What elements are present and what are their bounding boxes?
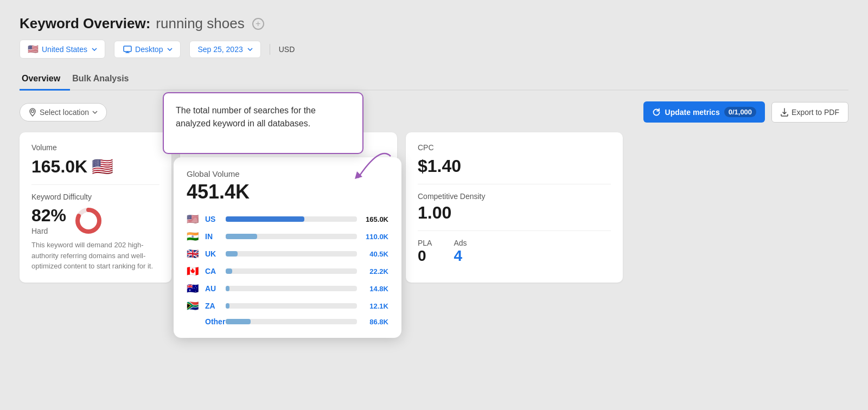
toolbar-row: Select location Update metrics 0/1,000 E… xyxy=(20,101,848,123)
bar-track xyxy=(226,216,357,222)
country-flag: 🇮🇳 xyxy=(187,230,200,242)
export-label: Export to PDF xyxy=(792,108,839,117)
list-item: 🇨🇦CA22.2K xyxy=(187,265,388,277)
bar-track xyxy=(226,234,357,239)
bar-fill xyxy=(226,216,304,222)
country-count: 22.2K xyxy=(362,267,388,276)
list-item: 🇮🇳IN110.0K xyxy=(187,230,388,242)
pla-ads-row: PLA 0 Ads 4 xyxy=(418,239,611,265)
global-volume-label: Global Volume xyxy=(187,169,388,178)
list-item: 🇿🇦ZA12.1K xyxy=(187,300,388,312)
pla-label: PLA xyxy=(418,239,432,247)
country-code: AU xyxy=(205,284,220,293)
list-item: 🇬🇧UK40.5K xyxy=(187,248,388,260)
location-chevron-icon xyxy=(92,111,98,114)
filter-bar: 🇺🇸 United States Desktop Sep 25, 2023 US… xyxy=(20,40,848,59)
country-code: CA xyxy=(205,267,220,276)
country-filter[interactable]: 🇺🇸 United States xyxy=(20,40,105,59)
country-count: 86.8K xyxy=(362,318,388,326)
bar-fill xyxy=(226,319,251,324)
pla-item: PLA 0 xyxy=(418,239,432,265)
page-title-keyword: Keyword Overview: xyxy=(20,15,150,32)
device-label: Desktop xyxy=(135,45,163,54)
location-select-label: Select location xyxy=(40,108,89,117)
country-label: United States xyxy=(42,45,87,54)
tab-overview[interactable]: Overview xyxy=(20,68,70,91)
global-volume-rows: 🇺🇸US165.0K🇮🇳IN110.0K🇬🇧UK40.5K🇨🇦CA22.2K🇦🇺… xyxy=(187,213,388,326)
export-icon xyxy=(781,108,788,117)
cpc-comp-card: CPC $1.40 Competitive Density 1.00 PLA 0… xyxy=(406,132,623,283)
pla-value: 0 xyxy=(418,247,432,265)
country-count: 110.0K xyxy=(362,233,388,241)
ads-label: Ads xyxy=(454,239,467,247)
kd-label: Keyword Difficulty xyxy=(31,193,159,201)
kd-level: Hard xyxy=(31,227,66,235)
list-item: Other86.8K xyxy=(187,317,388,326)
tab-bulk-analysis[interactable]: Bulk Analysis xyxy=(70,68,138,91)
volume-value: 165.0K 🇺🇸 xyxy=(31,156,159,177)
country-count: 40.5K xyxy=(362,250,388,258)
cpc-value: $1.40 xyxy=(418,156,611,176)
divider3 xyxy=(418,184,611,184)
ads-value: 4 xyxy=(454,247,467,265)
update-metrics-button[interactable]: Update metrics 0/1,000 xyxy=(643,101,765,123)
device-filter[interactable]: Desktop xyxy=(114,41,181,58)
desktop-icon xyxy=(123,46,132,53)
date-label: Sep 25, 2023 xyxy=(197,45,242,54)
bar-track xyxy=(226,268,357,274)
country-count: 12.1K xyxy=(362,302,388,310)
svg-rect-0 xyxy=(124,46,131,52)
location-select-button[interactable]: Select location xyxy=(20,103,107,121)
kd-row: 82% Hard xyxy=(31,206,159,235)
bar-fill xyxy=(226,268,232,274)
update-metrics-counter: 0/1,000 xyxy=(724,107,756,117)
list-item: 🇺🇸US165.0K xyxy=(187,213,388,225)
tabs-bar: Overview Bulk Analysis xyxy=(20,68,848,91)
content-area: Select location Update metrics 0/1,000 E… xyxy=(20,91,848,283)
refresh-icon xyxy=(652,108,661,117)
global-volume-popup: Global Volume 451.4K 🇺🇸US165.0K🇮🇳IN110.0… xyxy=(174,157,401,338)
country-code: IN xyxy=(205,232,220,241)
country-count: 165.0K xyxy=(362,215,388,223)
country-flag: 🇬🇧 xyxy=(187,248,200,260)
bar-track xyxy=(226,303,357,309)
bar-track xyxy=(226,251,357,257)
bar-fill xyxy=(226,251,238,257)
tooltip-text: The total number of searches for the ana… xyxy=(176,104,350,130)
country-flag: 🇦🇺 xyxy=(187,283,200,294)
page-title-query: running shoes xyxy=(156,15,244,32)
kd-description: This keyword will demand 202 high-author… xyxy=(31,240,159,272)
chevron-down-icon3 xyxy=(247,48,253,51)
country-count: 14.8K xyxy=(362,285,388,293)
country-code: Other xyxy=(205,317,220,326)
update-metrics-label: Update metrics xyxy=(665,108,720,117)
date-filter[interactable]: Sep 25, 2023 xyxy=(189,41,260,58)
country-flag: 🇺🇸 xyxy=(187,213,200,225)
comp-density-value: 1.00 xyxy=(418,203,611,223)
tooltip-popup: The total number of searches for the ana… xyxy=(163,92,363,154)
filter-divider xyxy=(270,44,270,55)
country-code: US xyxy=(205,215,220,223)
country-code: UK xyxy=(205,249,220,258)
divider4 xyxy=(418,230,611,231)
country-flag: 🇿🇦 xyxy=(187,300,200,312)
volume-flag: 🇺🇸 xyxy=(92,156,113,177)
comp-density-label: Competitive Density xyxy=(418,192,611,201)
global-volume-value: 451.4K xyxy=(187,181,388,203)
currency-label: USD xyxy=(279,45,295,54)
export-pdf-button[interactable]: Export to PDF xyxy=(771,102,848,123)
bar-fill xyxy=(226,286,229,291)
chevron-down-icon2 xyxy=(167,48,173,51)
chevron-down-icon xyxy=(92,48,97,51)
bar-fill xyxy=(226,234,257,239)
volume-label: Volume xyxy=(31,143,159,152)
list-item: 🇦🇺AU14.8K xyxy=(187,283,388,294)
divider xyxy=(31,184,159,185)
add-keyword-icon[interactable]: + xyxy=(252,18,264,30)
volume-kd-card: Volume 165.0K 🇺🇸 Keyword Difficulty 82% … xyxy=(20,132,171,283)
cpc-label: CPC xyxy=(418,143,611,152)
svg-point-1 xyxy=(31,110,34,112)
cards-row: Volume 165.0K 🇺🇸 Keyword Difficulty 82% … xyxy=(20,132,848,283)
country-flag: 🇨🇦 xyxy=(187,265,200,277)
kd-donut xyxy=(74,206,103,235)
